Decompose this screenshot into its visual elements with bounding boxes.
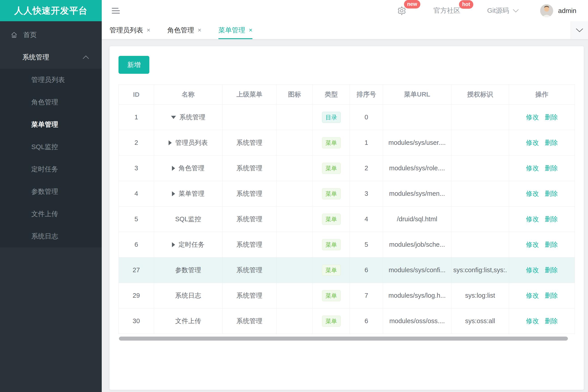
cell-url (383, 104, 451, 130)
cell-perm (451, 181, 509, 206)
menu-name: 定时任务 (179, 240, 205, 249)
delete-link[interactable]: 删除 (545, 266, 558, 274)
cell-icon (277, 156, 313, 181)
cell-actions: 修改删除 (509, 283, 575, 308)
sidebar-item-sql-monitor[interactable]: SQL监控 (0, 136, 102, 158)
topbar-right: new 官方社区 hot Git源码 (397, 4, 576, 17)
delete-link[interactable]: 删除 (545, 216, 558, 222)
avatar[interactable] (540, 4, 553, 17)
settings-button[interactable]: new (397, 6, 407, 16)
type-tag: 菜单 (322, 214, 341, 225)
cell-type: 菜单 (313, 283, 350, 308)
git-source-menu[interactable]: Git源码 (487, 6, 519, 15)
tab-label: 角色管理 (167, 26, 194, 35)
cell-id: 29 (119, 283, 154, 308)
cell-perm: sys:oss:all (451, 308, 509, 334)
cell-name: 定时任务 (154, 232, 222, 258)
edit-link[interactable]: 修改 (526, 139, 539, 146)
delete-link[interactable]: 删除 (545, 241, 558, 248)
username-menu[interactable]: admin (558, 7, 576, 14)
type-tag: 目录 (322, 112, 341, 123)
cell-url: modules/sys/user.... (383, 130, 451, 156)
expand-arrow-icon[interactable] (169, 140, 172, 145)
avatar-image (540, 4, 553, 17)
cell-parent: 系统管理 (222, 308, 277, 334)
col-header-order: 排序号 (350, 85, 383, 104)
edit-link[interactable]: 修改 (526, 164, 539, 172)
cell-order: 6 (350, 308, 383, 334)
delete-link[interactable]: 删除 (545, 292, 558, 299)
community-link[interactable]: 官方社区 hot (433, 6, 460, 15)
sidebar-item-menu-mgmt[interactable]: 菜单管理 (0, 113, 102, 136)
cell-perm (451, 232, 509, 258)
cell-url: modules/sys/confi... (383, 258, 451, 283)
scrollbar-thumb[interactable] (119, 336, 568, 340)
edit-link[interactable]: 修改 (526, 241, 539, 248)
tab-role-mgmt[interactable]: 角色管理 × (167, 21, 201, 39)
sidebar-item-param-mgmt[interactable]: 参数管理 (0, 180, 102, 203)
edit-link[interactable]: 修改 (526, 317, 539, 324)
edit-link[interactable]: 修改 (526, 266, 539, 274)
cell-order: 3 (350, 181, 383, 206)
sidebar-item-admin-list[interactable]: 管理员列表 (0, 68, 102, 91)
cell-name: 管理员列表 (154, 130, 222, 156)
delete-link[interactable]: 删除 (545, 190, 558, 197)
sidebar-group-system[interactable]: 系统管理 (0, 46, 102, 68)
topbar: new 官方社区 hot Git源码 (102, 0, 588, 21)
edit-link[interactable]: 修改 (526, 190, 539, 197)
cell-type: 菜单 (313, 308, 350, 334)
tab-close-icon[interactable]: × (147, 27, 150, 33)
tabbar: 管理员列表 × 角色管理 × 菜单管理 × (102, 21, 588, 39)
add-button[interactable]: 新增 (119, 56, 149, 74)
sidebar-item-scheduled-tasks[interactable]: 定时任务 (0, 158, 102, 180)
cell-icon (277, 308, 313, 334)
tab-close-icon[interactable]: × (198, 27, 201, 33)
sidebar-item-system-log[interactable]: 系统日志 (0, 225, 102, 248)
edit-link[interactable]: 修改 (526, 292, 539, 299)
tab-menu-mgmt[interactable]: 菜单管理 × (218, 21, 252, 39)
cell-parent: 系统管理 (222, 181, 277, 206)
cell-parent: 系统管理 (222, 283, 277, 308)
edit-link[interactable]: 修改 (526, 216, 539, 222)
delete-link[interactable]: 删除 (545, 317, 558, 324)
expand-arrow-icon[interactable] (171, 116, 176, 119)
expand-arrow-icon[interactable] (172, 242, 175, 247)
cell-url: modules/sys/men... (383, 181, 451, 206)
cell-name: 系统日志 (154, 283, 222, 308)
sidebar-item-role-mgmt[interactable]: 角色管理 (0, 91, 102, 113)
cell-url: modules/job/sche... (383, 232, 451, 258)
cell-id: 1 (119, 104, 154, 130)
cell-icon (277, 130, 313, 156)
expand-arrow-icon[interactable] (172, 191, 175, 196)
delete-link[interactable]: 删除 (545, 114, 558, 121)
cell-url: /druid/sql.html (383, 206, 451, 232)
col-header-type: 类型 (313, 85, 350, 104)
hamburger-menu-icon[interactable] (112, 8, 121, 14)
delete-link[interactable]: 删除 (545, 139, 558, 146)
expand-arrow-icon[interactable] (172, 166, 175, 171)
cell-type: 菜单 (313, 232, 350, 258)
tab-close-icon[interactable]: × (249, 27, 252, 33)
delete-link[interactable]: 删除 (545, 164, 558, 172)
new-badge: new (404, 0, 420, 8)
table-row: 6 定时任务 系统管理 菜单 5 modules/job/sche... 修改删… (119, 232, 575, 258)
tab-admin-list[interactable]: 管理员列表 × (110, 21, 150, 39)
tab-overflow-button[interactable] (570, 21, 588, 39)
cell-name: 参数管理 (154, 258, 222, 283)
table-row: 2 管理员列表 系统管理 菜单 1 modules/sys/user.... 修… (119, 130, 575, 156)
cell-order: 4 (350, 206, 383, 232)
sidebar-item-home[interactable]: 首页 (0, 24, 102, 46)
chevron-down-icon (513, 9, 519, 12)
menu-table: ID 名称 上级菜单 图标 类型 排序号 菜单URL 授权标识 操作 1 (119, 84, 575, 334)
sidebar-submenu: 管理员列表 角色管理 菜单管理 SQL监控 定时任务 参数管理 文件上传 系统日… (0, 68, 102, 248)
cell-icon (277, 283, 313, 308)
git-source-label: Git源码 (487, 6, 509, 15)
sidebar-item-file-upload[interactable]: 文件上传 (0, 203, 102, 225)
cell-actions: 修改删除 (509, 104, 575, 130)
cell-url: modules/sys/log.h... (383, 283, 451, 308)
edit-link[interactable]: 修改 (526, 114, 539, 121)
type-tag: 菜单 (322, 290, 341, 301)
table-row: 5 SQL监控 系统管理 菜单 4 /druid/sql.html 修改删除 (119, 206, 575, 232)
cell-parent: 系统管理 (222, 258, 277, 283)
cell-icon (277, 206, 313, 232)
